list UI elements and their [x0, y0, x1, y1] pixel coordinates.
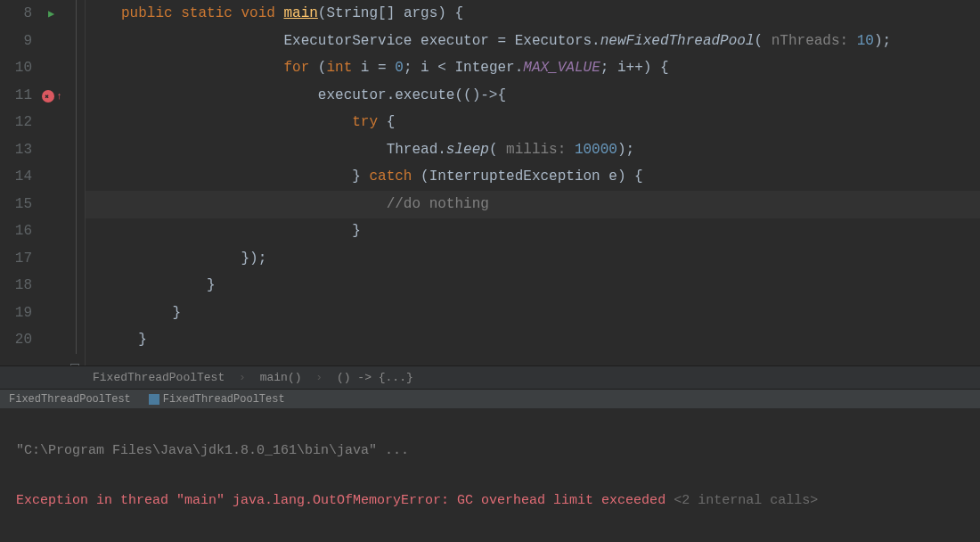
- fold-column[interactable]: [67, 0, 86, 390]
- code-line[interactable]: });: [121, 245, 980, 273]
- line-number: 12: [14, 109, 32, 136]
- run-tabs[interactable]: FixedThreadPoolTest FixedThreadPoolTest: [0, 389, 980, 409]
- code-line[interactable]: public static void main(String[] args) {: [121, 0, 980, 28]
- run-tab[interactable]: FixedThreadPoolTest: [0, 393, 140, 406]
- breadcrumb-class[interactable]: FixedThreadPoolTest: [89, 371, 228, 384]
- run-icon[interactable]: ▶: [48, 8, 54, 21]
- console-output[interactable]: "C:\Program Files\Java\jdk1.8.0_161\bin\…: [0, 408, 980, 542]
- code-line[interactable]: ExecutorService executor = Executors.new…: [121, 28, 980, 55]
- code-content[interactable]: public static void main(String[] args) {…: [86, 0, 980, 390]
- code-line[interactable]: }: [121, 218, 980, 245]
- line-number: 13: [14, 136, 32, 164]
- code-line[interactable]: }: [121, 326, 980, 354]
- code-editor[interactable]: 8 9 10 11 12 13 14 15 16 17 18 19 20 ▶ ↑…: [0, 0, 980, 390]
- code-line[interactable]: Thread.sleep( millis: 10000);: [121, 136, 980, 164]
- code-line[interactable]: try {: [121, 109, 980, 136]
- run-config-icon: [149, 394, 159, 405]
- console-stacktrace-line: at io.ymq.elasticsearch.service.FixedThr…: [16, 538, 964, 542]
- line-number: 11: [14, 82, 32, 110]
- line-number: 10: [14, 54, 32, 82]
- line-number: 16: [14, 218, 32, 245]
- line-number: 8: [14, 0, 32, 28]
- breadcrumb-lambda[interactable]: () -> {...}: [333, 371, 417, 384]
- code-line[interactable]: for (int i = 0; i < Integer.MAX_VALUE; i…: [121, 54, 980, 82]
- console-command-line: "C:\Program Files\Java\jdk1.8.0_161\bin\…: [16, 439, 964, 464]
- line-number: 20: [14, 326, 32, 354]
- line-number-gutter[interactable]: 8 9 10 11 12 13 14 15 16 17 18 19 20: [0, 0, 36, 390]
- gutter-icon-column[interactable]: ▶ ↑: [36, 0, 67, 390]
- code-line[interactable]: }: [121, 272, 980, 300]
- console-exception-line: Exception in thread "main" java.lang.Out…: [16, 489, 964, 513]
- error-breakpoint-icon[interactable]: [42, 90, 54, 103]
- code-line[interactable]: //do nothing: [121, 191, 980, 218]
- line-number: 15: [14, 191, 32, 218]
- code-line[interactable]: executor.execute(()->{: [121, 82, 980, 110]
- breadcrumb-separator: ›: [235, 371, 249, 384]
- line-number: 18: [14, 272, 32, 300]
- line-number: 9: [14, 28, 32, 55]
- line-number: 19: [14, 300, 32, 327]
- breadcrumb[interactable]: FixedThreadPoolTest › main() › () -> {..…: [0, 365, 980, 390]
- line-number: 17: [14, 245, 32, 273]
- code-line[interactable]: }: [121, 300, 980, 327]
- run-tab[interactable]: FixedThreadPoolTest: [140, 393, 294, 406]
- breadcrumb-separator: ›: [312, 371, 326, 384]
- code-line[interactable]: } catch (InterruptedException e) {: [121, 163, 980, 191]
- line-number: 14: [14, 163, 32, 191]
- breadcrumb-method[interactable]: main(): [257, 371, 306, 384]
- exception-arrow-icon: ↑: [56, 91, 62, 102]
